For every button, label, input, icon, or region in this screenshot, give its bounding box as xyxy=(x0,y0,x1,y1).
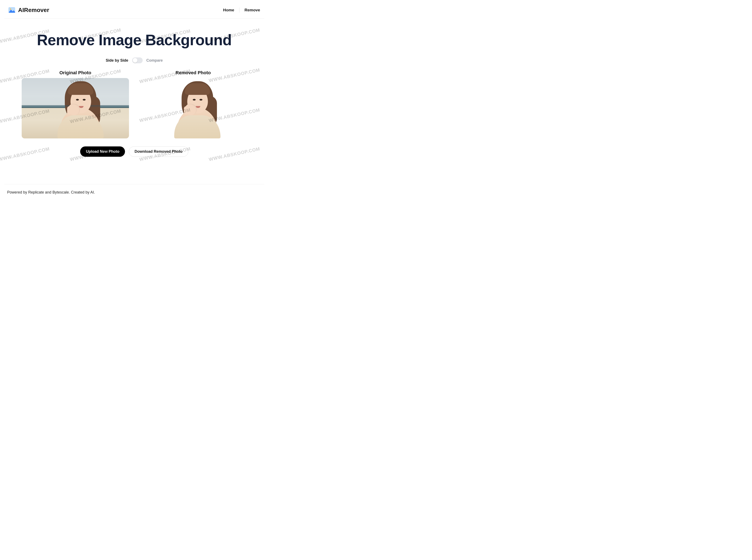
top-nav: Home Remove xyxy=(223,7,260,13)
image-panels: Original Photo Removed Photo xyxy=(4,70,264,138)
spacer xyxy=(0,165,269,184)
removed-photo-panel: Removed Photo xyxy=(139,70,247,138)
person-figure-cutout xyxy=(170,80,216,138)
toggle-label-compare: Compare xyxy=(146,58,163,63)
removed-photo-label: Removed Photo xyxy=(139,70,247,76)
main-content: Remove Image Background Side by Side Com… xyxy=(0,19,269,165)
svg-point-1 xyxy=(10,8,11,10)
nav-home[interactable]: Home xyxy=(223,8,235,13)
view-toggle-row: Side by Side Compare xyxy=(4,57,264,63)
nav-remove[interactable]: Remove xyxy=(244,8,260,13)
footer: Powered by Replicate and Bytescale. Crea… xyxy=(0,184,269,199)
download-removed-photo-button[interactable]: Download Removed Photo xyxy=(129,146,188,157)
upload-new-photo-button[interactable]: Upload New Photo xyxy=(80,146,125,157)
page-title: Remove Image Background xyxy=(4,31,264,48)
toggle-label-side-by-side: Side by Side xyxy=(106,58,128,63)
logo-image-icon xyxy=(8,6,16,14)
brand[interactable]: AIRemover xyxy=(8,6,49,14)
person-figure xyxy=(53,80,100,138)
view-toggle-switch[interactable] xyxy=(132,57,143,63)
original-photo-label: Original Photo xyxy=(22,70,129,76)
original-photo xyxy=(22,78,129,138)
original-photo-panel: Original Photo xyxy=(22,70,129,138)
brand-name: AIRemover xyxy=(18,7,49,14)
footer-text: Powered by Replicate and Bytescale. Crea… xyxy=(7,190,95,194)
removed-photo xyxy=(139,78,247,138)
action-buttons: Upload New Photo Download Removed Photo xyxy=(4,146,264,157)
toggle-knob xyxy=(133,58,137,63)
header: AIRemover Home Remove xyxy=(0,0,269,19)
